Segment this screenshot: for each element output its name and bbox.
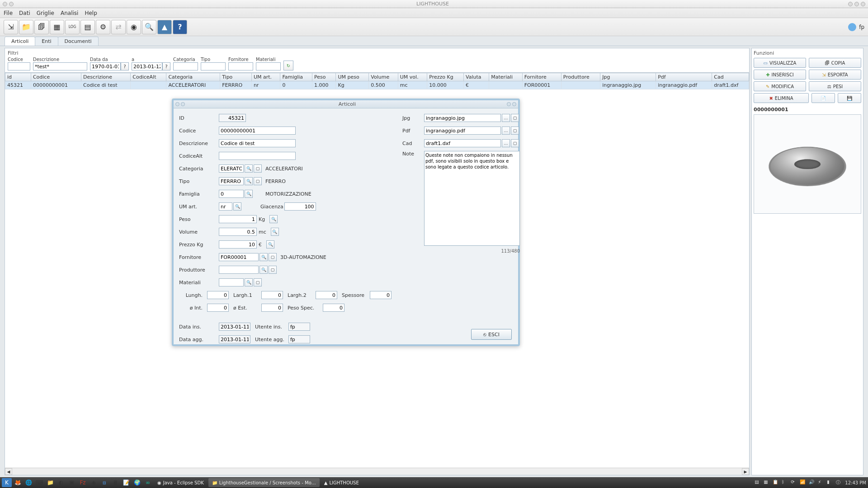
dlg-cat-lookup-icon[interactable]: 🔍 [245,164,253,173]
filter-tipo-input[interactable] [201,62,226,70]
dialog-titlebar[interactable]: Articoli [174,100,518,108]
dlg-lungh-field[interactable] [207,291,229,299]
filter-codice-input[interactable] [8,62,30,70]
toolbar-copy-icon[interactable]: 🗐 [34,20,49,34]
dlg-jpg-field[interactable] [424,114,501,122]
globe-icon[interactable]: 🌍 [132,478,142,487]
inserisci-button[interactable]: ✚INSERISCI [754,70,806,80]
filter-datada-input[interactable] [90,62,121,70]
dlg-esci-button[interactable]: ⎋ESCI [471,329,512,340]
esporta-button[interactable]: ⇲ESPORTA [809,70,861,80]
chrome-icon[interactable]: 🌐 [24,478,33,487]
tray-bluetooth-icon[interactable]: ᛒ [782,479,788,486]
filter-datada-picker-icon[interactable]: ? [121,62,129,70]
tray-battery-icon[interactable]: ▮ [827,479,833,486]
column-header[interactable]: Fornitore [522,73,561,81]
toolbar-grid-icon[interactable]: ▦ [50,20,64,34]
filezilla-icon[interactable]: Fz [78,478,88,487]
column-header[interactable]: Materiali [489,73,522,81]
dlg-tipo-clear-icon[interactable]: ▢ [254,177,262,185]
tray-clock[interactable]: 12:43 PM [845,480,866,485]
toolbar-help-icon[interactable]: ? [173,20,187,34]
dlg-codice-field[interactable] [219,127,296,135]
copia-button[interactable]: 🗐COPIA [809,58,861,68]
dlg-cat-clear-icon[interactable]: ▢ [254,164,262,173]
dlg-mat-field[interactable] [219,278,244,286]
dlg-umart-field[interactable] [219,202,232,211]
column-header[interactable]: UM art. [251,73,280,81]
cube-icon[interactable]: ◈ [89,478,99,487]
minimize-icon[interactable] [848,2,853,6]
dialog-menu-icon[interactable] [175,102,179,106]
taskbar-app-eclipse[interactable]: ◉Java - Eclipse SDK [154,478,208,487]
dlg-pdf-clear-icon[interactable]: ▢ [511,127,519,135]
dialog-shade-icon[interactable] [181,102,185,106]
dlg-prod-clear-icon[interactable]: ▢ [269,266,277,274]
dlg-fam-field[interactable] [219,190,244,198]
tray-volume-icon[interactable]: 🔊 [809,479,815,486]
pdf-button[interactable]: 📄 [811,93,835,103]
column-header[interactable]: UM vol. [398,73,427,81]
column-header[interactable]: Produttore [561,73,600,81]
monitor-icon[interactable]: 🖥 [110,478,120,487]
maximize-icon[interactable] [854,2,859,6]
dlg-peso-field[interactable] [219,215,257,223]
column-header[interactable]: Pdf [656,73,712,81]
dlg-fam-lookup-icon[interactable]: 🔍 [245,190,253,198]
column-header[interactable]: Descrizione [81,73,131,81]
dlg-dest-field[interactable] [261,304,283,312]
filter-materiali-input[interactable] [256,62,281,70]
dlg-forn-lookup-icon[interactable]: 🔍 [259,253,268,261]
toolbar-graph-icon[interactable]: ⚙ [96,20,110,34]
dlg-dint-field[interactable] [207,304,229,312]
taskbar-app-screenshots[interactable]: 📁LighthouseGestionale / Screenshots - Mo… [208,478,320,487]
pesi-button[interactable]: ⚖PESI [809,81,861,91]
dlg-largh1-field[interactable] [261,291,283,299]
close-icon[interactable] [861,2,865,6]
column-header[interactable]: Jpg [600,73,656,81]
tab-articoli[interactable]: Articoli [5,37,35,46]
toolbar-table-icon[interactable]: ▤ [80,20,95,34]
column-header[interactable]: Tipo [220,73,252,81]
dlg-codalt-field[interactable] [219,152,296,160]
dlg-cat-field[interactable] [219,164,244,173]
menu-dati[interactable]: Dati [19,10,30,16]
dlg-umart-lookup-icon[interactable]: 🔍 [233,202,241,211]
dlg-descr-field[interactable] [219,139,296,147]
dlg-forn-field[interactable] [219,253,259,261]
column-header[interactable]: id [5,73,31,81]
menu-griglie[interactable]: Griglie [37,10,54,16]
column-header[interactable]: Cad [712,73,749,81]
tray-update-icon[interactable]: ⟳ [791,479,797,486]
dlg-forn-clear-icon[interactable]: ▢ [269,253,277,261]
dialog-close-icon[interactable] [512,102,516,106]
table-row[interactable]: 4532100000000001Codice di testACCELERATO… [5,81,749,89]
toolbar-folder-icon[interactable]: 📁 [19,20,33,34]
dlg-tipo-field[interactable] [219,177,244,185]
filter-refresh-icon[interactable]: ↻ [283,61,293,70]
dlg-vol-field[interactable] [219,228,257,236]
taskbar-app-lighthouse[interactable]: ▲LIGHTHOUSE [321,478,363,487]
window-menu-icon[interactable] [3,2,7,6]
toolbar-lighthouse-icon[interactable]: ▲ [157,20,172,34]
filter-fornitore-input[interactable] [228,62,253,70]
tray-notify-icon[interactable]: ⓘ [836,479,842,486]
modifica-button[interactable]: ✎MODIFICA [754,81,806,91]
filter-descrizione-input[interactable] [33,62,87,70]
dlg-note-field[interactable] [424,151,520,246]
window-shade-icon[interactable] [9,2,14,6]
firefox-icon[interactable]: 🦊 [13,478,23,487]
column-header[interactable]: Codice [31,73,81,81]
konsole-icon[interactable]: ▣ [67,478,77,487]
dlg-peso-lookup-icon[interactable]: 🔍 [269,215,278,223]
elimina-button[interactable]: ✖ELIMINA [754,93,809,103]
column-header[interactable]: Peso [312,73,336,81]
column-header[interactable]: UM peso [336,73,369,81]
dlg-cad-field[interactable] [424,139,501,147]
column-header[interactable]: Prezzo Kg [427,73,464,81]
dlg-pdf-field[interactable] [424,127,501,135]
tray-power-icon[interactable]: ⚡ [818,479,824,486]
menu-file[interactable]: File [4,10,13,16]
dlg-prod-field[interactable] [219,266,259,274]
kde-start-icon[interactable]: K [2,478,12,487]
